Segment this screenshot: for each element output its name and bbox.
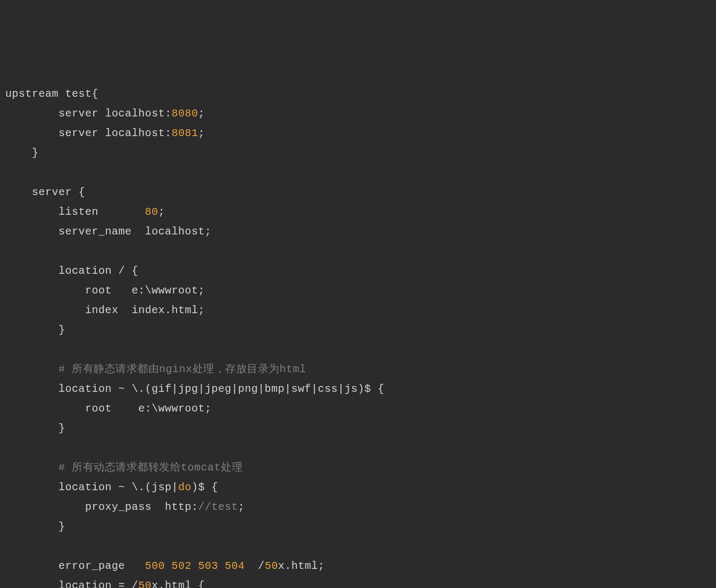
code-line-16: location ~ \.(gif|jpg|jpeg|png|bmp|swf|c… (5, 379, 711, 399)
semicolon: ; (238, 501, 245, 513)
semicolon: ; (205, 402, 212, 415)
semicolon: ; (198, 107, 205, 120)
code-line-3: server localhost:8081; (5, 123, 711, 143)
code-line-19 (5, 438, 711, 458)
port-number: 8080 (172, 107, 198, 120)
code-line-20: # 所有动态请求都转发给tomcat处理 (5, 458, 711, 477)
servername-value: localhost (145, 225, 205, 238)
servername-keyword: server_name (59, 225, 132, 238)
code-line-18: } (5, 418, 711, 438)
code-line-1: upstream test{ (5, 84, 711, 104)
location-keyword: location / { (59, 265, 138, 277)
brace: } (59, 422, 65, 434)
brace: { (79, 186, 86, 198)
comment-text: # 所有动态请求都转发给tomcat处理 (59, 461, 243, 474)
brace: } (32, 147, 39, 159)
code-line-17: root e:\wwwroot; (5, 399, 711, 418)
code-line-15: # 所有静态请求都由nginx处理，存放目录为html (5, 359, 711, 379)
index-keyword: index (85, 304, 119, 316)
code-line-2: server localhost:8080; (5, 104, 711, 123)
brace: } (59, 520, 65, 533)
code-line-10: location / { (5, 261, 711, 281)
error-codes: 500 502 503 504 (145, 560, 245, 572)
code-line-7: listen 80; (5, 202, 711, 222)
listen-keyword: listen (59, 206, 98, 218)
root-value: e:\wwwroot (132, 284, 198, 297)
upstream-name: test (65, 88, 92, 100)
index-value: index.html (132, 304, 198, 316)
location-static: location ~ \.(gif|jpg|jpeg|png|bmp|swf|c… (59, 383, 385, 395)
code-line-8: server_name localhost; (5, 222, 711, 241)
location-dynamic: location ~ \.(jsp| (59, 481, 178, 493)
code-line-26: location = /50x.html { (5, 576, 711, 588)
code-editor: upstream test{ server localhost:8080; se… (5, 84, 711, 588)
server-keyword: server (32, 186, 72, 198)
code-line-5 (5, 163, 711, 182)
location-suffix: x.html { (152, 579, 205, 588)
proxy-path: //test (198, 501, 238, 513)
semicolon: ; (159, 206, 165, 218)
root-keyword: root (85, 402, 112, 415)
semicolon: ; (205, 225, 212, 238)
brace: } (59, 324, 65, 336)
semicolon: ; (198, 284, 205, 297)
error-50: 50 (138, 579, 152, 588)
code-line-4: } (5, 143, 711, 163)
location-suffix: )$ { (192, 481, 218, 493)
code-line-13: } (5, 320, 711, 340)
semicolon: ; (198, 127, 205, 139)
error-50: 50 (265, 560, 278, 572)
server-host: server localhost: (59, 107, 172, 120)
http-prefix: http: (165, 501, 198, 513)
semicolon: ; (198, 304, 205, 316)
server-host: server localhost: (59, 127, 172, 139)
code-line-6: server { (5, 182, 711, 202)
code-line-9 (5, 241, 711, 261)
root-value: e:\wwwroot (138, 402, 205, 415)
code-line-24 (5, 536, 711, 556)
code-line-12: index index.html; (5, 300, 711, 320)
semicolon: ; (318, 560, 325, 572)
location-error: location = / (59, 579, 138, 588)
brace: { (92, 88, 99, 100)
code-line-23: } (5, 517, 711, 536)
code-line-22: proxy_pass http://test; (5, 497, 711, 517)
upstream-keyword: upstream (5, 88, 59, 100)
slash: / (258, 560, 265, 572)
listen-port: 80 (145, 206, 159, 218)
code-line-21: location ~ \.(jsp|do)$ { (5, 477, 711, 497)
port-number: 8081 (172, 127, 198, 139)
errorpage-keyword: error_page (59, 560, 125, 572)
proxypass-keyword: proxy_pass (85, 501, 152, 513)
root-keyword: root (85, 284, 112, 297)
code-line-11: root e:\wwwroot; (5, 281, 711, 300)
comment-text: # 所有静态请求都由nginx处理，存放目录为html (59, 363, 306, 375)
do-keyword: do (178, 481, 192, 493)
code-line-25: error_page 500 502 503 504 /50x.html; (5, 556, 711, 576)
error-xhtml: x.html (278, 560, 318, 572)
code-line-14 (5, 340, 711, 359)
